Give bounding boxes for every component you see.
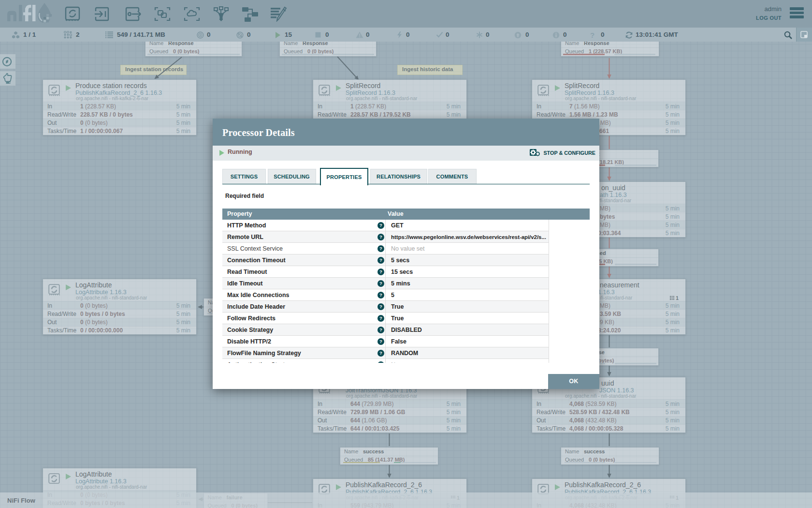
svg-text:?: ? bbox=[590, 31, 594, 39]
